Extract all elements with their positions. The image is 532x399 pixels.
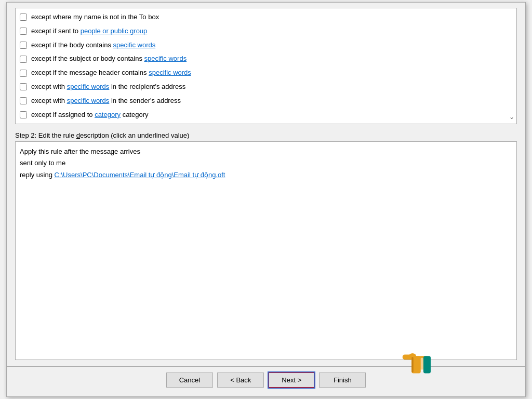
- svg-rect-2: [411, 365, 429, 370]
- condition-link-4[interactable]: specific words: [149, 69, 191, 76]
- description-line2: sent only to me: [20, 157, 512, 169]
- condition-text-5: except with specific words in the recipi…: [31, 82, 185, 92]
- scroll-down-icon[interactable]: ⌄: [509, 113, 514, 121]
- condition-text-0: except where my name is not in the To bo…: [31, 12, 159, 23]
- cancel-button[interactable]: Cancel: [166, 373, 213, 388]
- description-box[interactable]: Apply this rule after the message arrive…: [15, 141, 517, 360]
- condition-checkbox-3[interactable]: [20, 56, 27, 63]
- condition-link-2[interactable]: specific words: [113, 41, 156, 49]
- description-link[interactable]: C:\Users\PC\Documents\Email tự động\Emai…: [54, 171, 225, 179]
- condition-link-3[interactable]: specific words: [144, 55, 187, 62]
- condition-item-3: except if the subject or body contains s…: [16, 52, 516, 66]
- condition-item-5: except with specific words in the recipi…: [16, 80, 516, 94]
- condition-link-1[interactable]: people or public group: [81, 27, 148, 35]
- condition-checkbox-4[interactable]: [20, 70, 27, 77]
- condition-link-6[interactable]: specific words: [67, 97, 110, 104]
- condition-item-7: except if assigned to category category: [16, 108, 516, 122]
- condition-text-3: except if the subject or body contains s…: [31, 54, 187, 64]
- condition-checkbox-1[interactable]: [20, 28, 27, 35]
- next-button[interactable]: Next >: [268, 372, 315, 388]
- condition-item-0: except where my name is not in the To bo…: [16, 10, 516, 24]
- condition-checkbox-7[interactable]: [20, 111, 27, 118]
- condition-link-5[interactable]: specific words: [67, 83, 110, 90]
- condition-item-4: except if the message header contains sp…: [16, 66, 516, 80]
- condition-text-4: except if the message header contains sp…: [31, 68, 191, 78]
- description-line3: reply using C:\Users\PC\Documents\Email …: [20, 169, 512, 181]
- condition-checkbox-5[interactable]: [20, 83, 27, 90]
- condition-checkbox-6[interactable]: [20, 97, 27, 104]
- button-row: Cancel < Back Next > Finish: [7, 372, 525, 396]
- conditions-scroll-area: except where my name is not in the To bo…: [16, 8, 516, 124]
- condition-checkbox-0[interactable]: [20, 14, 27, 21]
- finish-button[interactable]: Finish: [319, 373, 366, 388]
- step2-label: Step 2: Edit the rule description (click…: [15, 131, 517, 139]
- svg-rect-1: [411, 361, 429, 365]
- condition-text-1: except if sent to people or public group: [31, 26, 147, 37]
- condition-item-2: except if the body contains specific wor…: [16, 38, 516, 52]
- condition-item-6: except with specific words in the sender…: [16, 94, 516, 108]
- step2-underline: d: [76, 131, 80, 139]
- condition-text-2: except if the body contains specific wor…: [31, 40, 155, 51]
- conditions-list: except where my name is not in the To bo…: [15, 8, 517, 124]
- condition-checkbox-2[interactable]: [20, 42, 27, 49]
- condition-text-6: except with specific words in the sender…: [31, 96, 181, 107]
- back-button[interactable]: < Back: [217, 373, 264, 388]
- dialog-separator: [7, 366, 525, 367]
- condition-text-7: except if assigned to category category: [31, 110, 149, 121]
- condition-link-7[interactable]: category: [95, 111, 121, 118]
- condition-item-1: except if sent to people or public group: [16, 24, 516, 38]
- rules-dialog: except where my name is not in the To bo…: [6, 2, 526, 397]
- description-line1: Apply this rule after the message arrive…: [20, 146, 512, 157]
